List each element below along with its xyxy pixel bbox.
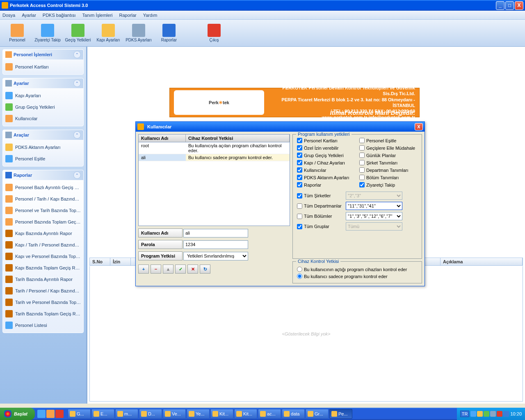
ql-icon[interactable] bbox=[55, 410, 64, 418]
scope-checkbox-item[interactable]: Tüm Departmanlar bbox=[297, 203, 344, 209]
col-username[interactable]: Kullanıcı Adı bbox=[139, 135, 186, 142]
sidebar-item[interactable]: Kullanıcılar bbox=[4, 113, 82, 124]
dialog-close-button[interactable]: X bbox=[415, 123, 423, 130]
sidebar-item[interactable]: Personel Kartları bbox=[4, 61, 82, 73]
lang-indicator[interactable]: TR bbox=[460, 411, 470, 417]
collapse-icon[interactable]: ⌃ bbox=[73, 131, 81, 139]
sidebar-item[interactable]: Kapı Ayarları bbox=[4, 90, 82, 101]
sidebar-item[interactable]: Tarih Bazında Ayrıntılı Rapor bbox=[4, 274, 82, 285]
collapse-icon[interactable]: ⌃ bbox=[73, 171, 81, 179]
toolbar-button[interactable]: Raporlar bbox=[155, 21, 183, 45]
sidebar-item[interactable]: Kapı / Tarih / Personel Bazında To... bbox=[4, 239, 82, 251]
device-perm-radio-2[interactable] bbox=[297, 274, 302, 279]
sidebar-item[interactable]: Kapı Bazında Ayrıntılı Rapor bbox=[4, 228, 82, 239]
sidebar-item[interactable]: PDKS Aktarım Ayarları bbox=[4, 142, 82, 153]
ql-icon[interactable] bbox=[46, 410, 55, 418]
perm-checkbox-item[interactable]: PDKS Aktarım Ayarları bbox=[297, 175, 355, 180]
scope-checkbox[interactable] bbox=[297, 214, 302, 219]
taskbar-task[interactable]: Kit... bbox=[210, 409, 233, 419]
taskbar-task[interactable]: G... bbox=[68, 409, 91, 419]
taskbar-task[interactable]: data bbox=[282, 409, 305, 419]
tray-icon[interactable] bbox=[497, 411, 502, 417]
perm-checkbox[interactable] bbox=[297, 138, 302, 143]
perm-checkbox[interactable] bbox=[297, 182, 302, 187]
toolbar-button[interactable]: Ziyaretçi Takip bbox=[34, 21, 62, 45]
perm-checkbox[interactable] bbox=[359, 153, 365, 158]
perm-checkbox-item[interactable]: Günlük Planlar bbox=[359, 153, 418, 158]
delete-button[interactable]: − bbox=[151, 265, 161, 274]
sidebar-item[interactable]: Tarih / Personel / Kapı Bazında To... bbox=[4, 285, 82, 297]
sidebar-item[interactable]: Tarih Bazında Toplam Geçiş Raporu bbox=[4, 308, 82, 320]
scope-checkbox[interactable] bbox=[297, 203, 302, 209]
scope-checkbox[interactable] bbox=[297, 224, 302, 229]
panel-header[interactable]: Personel İşlemleri⌃ bbox=[3, 50, 83, 59]
scope-select[interactable]: ''11'',''31'',''41'' bbox=[346, 202, 402, 210]
device-perm-radio-1[interactable] bbox=[297, 267, 302, 272]
taskbar-task[interactable]: Ve... bbox=[163, 409, 186, 419]
sidebar-item[interactable]: Personel ve Tarih Bazında Toplam... bbox=[4, 205, 82, 216]
program-perm-select[interactable]: Yetkileri Sınırlandırılmış bbox=[183, 252, 248, 260]
panel-header[interactable]: Raporlar⌃ bbox=[3, 170, 83, 180]
taskbar-task[interactable]: Ye... bbox=[187, 409, 210, 419]
cancel-button[interactable]: ✕ bbox=[187, 265, 198, 274]
perm-checkbox-item[interactable]: Özel İzin verebilir bbox=[297, 145, 355, 151]
sidebar-item[interactable]: Personel Listesi bbox=[4, 320, 82, 331]
taskbar-task[interactable]: Pe... bbox=[329, 409, 352, 419]
perm-checkbox[interactable] bbox=[359, 182, 365, 187]
perm-checkbox[interactable] bbox=[359, 167, 365, 173]
perm-checkbox[interactable] bbox=[359, 175, 365, 180]
perm-checkbox[interactable] bbox=[359, 160, 365, 165]
perm-checkbox-item[interactable]: Geçişlere Elle Müdahale bbox=[359, 145, 418, 151]
add-button[interactable]: + bbox=[138, 265, 149, 274]
perm-checkbox[interactable] bbox=[359, 138, 365, 143]
perm-checkbox-item[interactable]: Şirket Tanımları bbox=[359, 160, 418, 165]
perm-checkbox[interactable] bbox=[359, 145, 365, 151]
sidebar-item[interactable]: Personel Eşitle bbox=[4, 153, 82, 164]
scope-checkbox-item[interactable]: Tüm Şirketler bbox=[297, 193, 344, 199]
close-button[interactable]: X bbox=[515, 1, 523, 10]
tray-icon[interactable] bbox=[484, 411, 489, 417]
perm-checkbox[interactable] bbox=[297, 160, 302, 165]
menu-item[interactable]: Ayarlar bbox=[22, 13, 36, 18]
panel-header[interactable]: Ayarlar⌃ bbox=[3, 78, 83, 88]
menu-item[interactable]: Raporlar bbox=[119, 13, 137, 18]
ql-icon[interactable] bbox=[37, 410, 46, 418]
taskbar-task[interactable]: E... bbox=[91, 409, 114, 419]
perm-checkbox[interactable] bbox=[297, 175, 302, 180]
col-device-perm[interactable]: Cihaz Kontrol Yetkisi bbox=[186, 135, 290, 142]
username-input[interactable] bbox=[183, 229, 248, 237]
sidebar-item[interactable]: Grup Geçiş Yetkileri bbox=[4, 101, 82, 113]
toolbar-button[interactable]: Geçiş Yetkileri bbox=[64, 21, 92, 45]
panel-header[interactable]: Araçlar⌃ bbox=[3, 130, 83, 140]
perm-checkbox[interactable] bbox=[297, 153, 302, 158]
sidebar-item[interactable]: Personel / Tarih / Kapı Bazında To... bbox=[4, 193, 82, 205]
start-button[interactable]: Başlat bbox=[0, 408, 35, 420]
scope-checkbox-item[interactable]: Tüm Bölümler bbox=[297, 214, 344, 219]
sidebar-item[interactable]: Personel Bazında Toplam Geçiş R... bbox=[4, 216, 82, 228]
menu-item[interactable]: PDKS bağlantısı bbox=[43, 13, 76, 18]
menu-item[interactable]: Dosya bbox=[2, 13, 15, 18]
perm-checkbox-item[interactable]: Raporlar bbox=[297, 182, 355, 187]
perm-checkbox[interactable] bbox=[297, 145, 302, 151]
perm-checkbox-item[interactable]: Kullanıcılar bbox=[297, 167, 355, 173]
password-input[interactable] bbox=[183, 240, 248, 249]
perm-checkbox-item[interactable]: Grup Geçiş Yetkileri bbox=[297, 153, 355, 158]
users-table[interactable]: Kullanıcı Adı Cihaz Kontrol Yetkisi root… bbox=[138, 134, 290, 226]
refresh-button[interactable]: ↻ bbox=[200, 265, 210, 274]
tray-icon[interactable] bbox=[503, 411, 509, 417]
menu-item[interactable]: Yardım bbox=[143, 13, 158, 18]
toolbar-button[interactable]: Çıkış bbox=[200, 21, 228, 45]
taskbar-task[interactable]: Kit... bbox=[234, 409, 257, 419]
table-row[interactable]: aliBu kullanıcı sadece programı kontrol … bbox=[139, 154, 290, 161]
sidebar-item[interactable]: Personel Bazlı Ayrıntılı Geçiş Raporu bbox=[4, 182, 82, 193]
toolbar-button[interactable]: Personel bbox=[3, 21, 31, 45]
collapse-icon[interactable]: ⌃ bbox=[73, 51, 81, 58]
scope-checkbox-item[interactable]: Tüm Gruplar bbox=[297, 224, 344, 229]
perm-checkbox-item[interactable]: Bölüm Tanımları bbox=[359, 175, 418, 180]
sidebar-item[interactable]: Tarih ve Personel Bazında Toplam... bbox=[4, 297, 82, 308]
tray-icon[interactable] bbox=[477, 411, 483, 417]
minimize-button[interactable]: _ bbox=[496, 1, 504, 10]
perm-checkbox[interactable] bbox=[297, 167, 302, 173]
sidebar-item[interactable]: Kapı Bazında Toplam Geçiş Raporu bbox=[4, 262, 82, 274]
sidebar-item[interactable]: Kapı ve Personel Bazında Toplam ... bbox=[4, 251, 82, 262]
